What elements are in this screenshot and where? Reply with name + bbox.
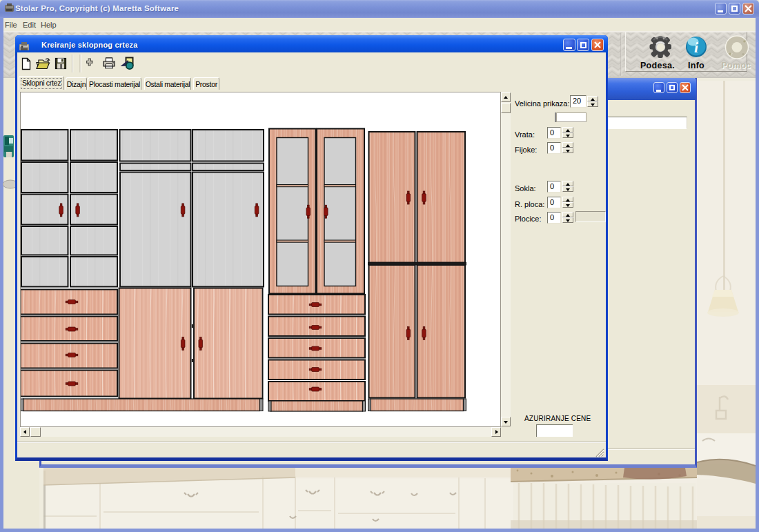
svg-text:i: i <box>694 39 699 56</box>
